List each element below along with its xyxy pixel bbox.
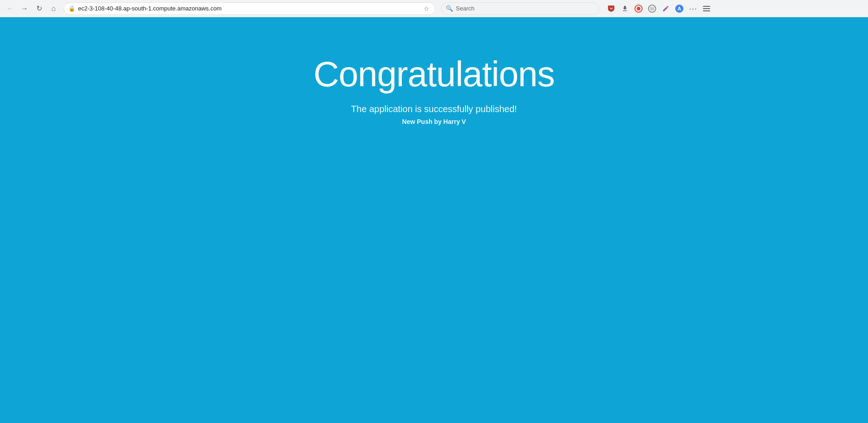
page-byline: New Push by Harry V (402, 118, 466, 125)
page-title: Congratulations (313, 54, 554, 95)
browser-chrome: ← → ↻ ⌂ 🔒 ec2-3-108-40-48.ap-south-1.com… (0, 0, 868, 17)
svg-text:W: W (650, 6, 654, 11)
downloads-button[interactable] (619, 2, 631, 15)
svg-text:A: A (678, 6, 681, 11)
menu-button[interactable] (700, 2, 713, 15)
extension-button-1[interactable] (632, 2, 645, 15)
bookmark-button[interactable]: ☆ (423, 4, 430, 13)
extension-button-3[interactable] (659, 2, 672, 15)
url-text: ec2-3-108-40-48.ap-south-1.compute.amazo… (78, 5, 420, 12)
overflow-button[interactable]: ⋯ (687, 2, 699, 15)
svg-rect-6 (703, 6, 710, 7)
search-icon: 🔍 (446, 5, 453, 12)
back-button[interactable]: ← (4, 2, 16, 15)
forward-button[interactable]: → (18, 2, 31, 15)
page-subtitle: The application is successfully publishe… (351, 104, 517, 114)
svg-point-1 (637, 7, 640, 10)
svg-rect-7 (703, 8, 710, 9)
home-button[interactable]: ⌂ (47, 2, 60, 15)
search-bar[interactable]: 🔍 Search (441, 2, 600, 15)
toolbar-icons: W A ⋯ (605, 2, 713, 15)
extension-button-2[interactable]: W (646, 2, 658, 15)
profile-button[interactable]: A (673, 2, 686, 15)
search-placeholder-text: Search (456, 5, 474, 12)
pocket-button[interactable] (605, 2, 618, 15)
address-bar[interactable]: 🔒 ec2-3-108-40-48.ap-south-1.compute.ama… (63, 2, 435, 15)
page-content: Congratulations The application is succe… (0, 17, 868, 423)
svg-rect-8 (703, 10, 710, 11)
security-icon: 🔒 (68, 5, 75, 12)
reload-button[interactable]: ↻ (33, 2, 45, 15)
